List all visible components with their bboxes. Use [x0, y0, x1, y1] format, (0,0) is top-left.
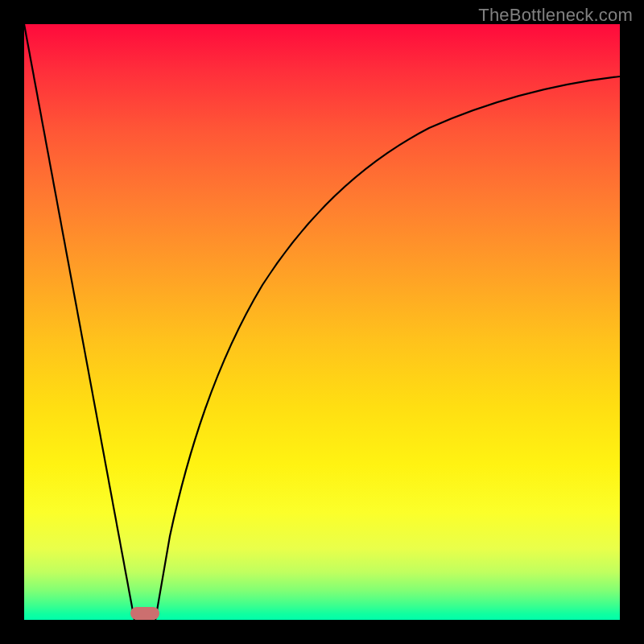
optimal-point-marker: [130, 607, 159, 620]
chart-lines: [24, 24, 620, 620]
watermark-text: TheBottleneck.com: [478, 5, 633, 26]
left-line: [24, 24, 134, 620]
plot-area: [24, 24, 620, 620]
chart-outer-frame: TheBottleneck.com: [0, 0, 644, 644]
right-curve: [155, 76, 620, 620]
